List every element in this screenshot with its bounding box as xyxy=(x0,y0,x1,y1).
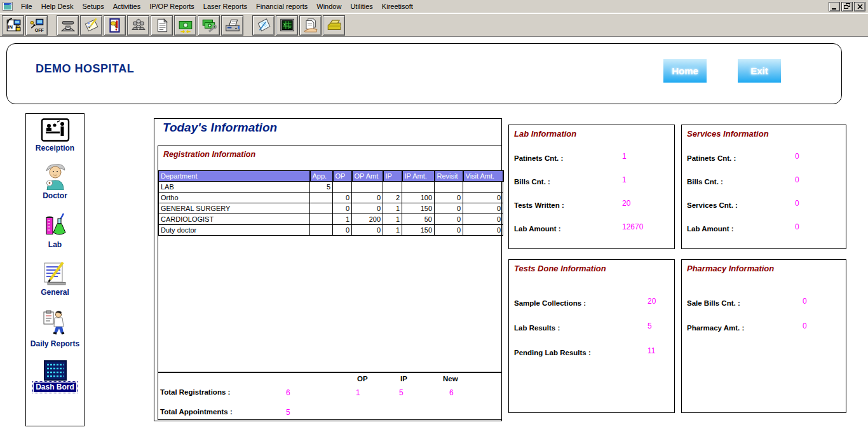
print-preview-button[interactable] xyxy=(299,15,322,36)
billing-tools-button[interactable] xyxy=(198,15,220,36)
stat-value: 0 xyxy=(803,297,807,306)
column-header[interactable]: IP Amt. xyxy=(402,171,435,182)
column-header[interactable]: Visit Amt. xyxy=(463,171,503,182)
sidebar-item-general[interactable]: General xyxy=(41,261,69,297)
menu-item-ip-op-reports[interactable]: IP/OP Reports xyxy=(145,0,199,13)
stat-label: Sample Collections : xyxy=(514,299,586,307)
stat-value: 5 xyxy=(648,322,652,330)
column-header[interactable]: OP Amt xyxy=(352,171,383,182)
stat-value: 0 xyxy=(795,199,799,208)
menu-items: FileHelp DeskSetupsActivitiesIP/OP Repor… xyxy=(17,0,417,13)
menu-item-help-desk[interactable]: Help Desk xyxy=(37,0,78,13)
home-button[interactable]: Home xyxy=(663,59,707,83)
stat-label: Lab Amount : xyxy=(687,225,734,233)
login-icon: IN xyxy=(5,17,22,34)
sidebar-item-doctor[interactable]: Doctor xyxy=(43,162,68,200)
pin-note-button[interactable] xyxy=(104,15,126,36)
restore-icon xyxy=(844,3,851,10)
value-cell: 0 xyxy=(352,193,383,203)
monitor-icon xyxy=(279,17,295,34)
dash-bord-icon xyxy=(44,360,67,381)
sidebar-item-reception[interactable]: Receiption xyxy=(36,118,74,152)
card-file-button[interactable] xyxy=(323,15,345,36)
value-cell: 5 xyxy=(310,182,333,193)
services-information-panel: Services Information Patinets Cnt. :0Bil… xyxy=(681,125,846,249)
table-row[interactable]: GENERAL SURGERY00115000 xyxy=(159,203,503,214)
stat-value: 20 xyxy=(648,297,656,306)
sidebar-item-daily-reports[interactable]: Daily Reports xyxy=(31,309,79,348)
sidebar-item-dash-bord[interactable]: Dash Bord xyxy=(34,360,76,392)
appointments-icon xyxy=(83,17,100,34)
column-header[interactable]: OP xyxy=(333,171,352,182)
document-button[interactable] xyxy=(151,15,173,36)
patients-group-button[interactable] xyxy=(127,15,149,36)
registration-table: DepartmentApp.OPOP AmtIPIP Amt.RevisitVi… xyxy=(158,170,504,236)
stat-label: Patinets Cnt. : xyxy=(687,154,736,162)
exit-button[interactable]: Exit xyxy=(738,59,781,83)
registration-information-box: Registration Information DepartmentApp.O… xyxy=(158,146,502,372)
menu-item-activities[interactable]: Activities xyxy=(109,0,145,13)
stat-label: Patinets Cnt. : xyxy=(514,154,563,162)
restore-button[interactable] xyxy=(841,2,853,11)
stat-row: Patinets Cnt. :0 xyxy=(687,152,842,163)
total-registrations-label: Total Registrations : xyxy=(160,388,230,396)
stat-label: Bills Cnt. : xyxy=(687,178,723,186)
sidebar-item-label: Doctor xyxy=(43,192,67,200)
value-cell: 200 xyxy=(352,214,383,225)
menu-item-setups[interactable]: Setups xyxy=(78,0,108,13)
application-window: FileHelp DeskSetupsActivitiesIP/OP Repor… xyxy=(0,0,868,427)
column-header[interactable]: App. xyxy=(310,171,333,182)
system-menu-icon[interactable] xyxy=(3,2,13,11)
value-cell: 0 xyxy=(463,203,503,214)
sidebar-item-lab[interactable]: Lab xyxy=(42,212,69,249)
menu-item-financial-reports[interactable]: Financial reports xyxy=(252,0,312,13)
minimize-button[interactable] xyxy=(829,2,840,11)
hospital-title: DEMO HOSPITAL xyxy=(36,62,134,76)
cash-exchange-icon xyxy=(177,17,194,34)
value-cell: 1 xyxy=(333,214,352,225)
appointments-button[interactable] xyxy=(80,15,102,36)
menu-item-kireetisoft[interactable]: Kireetisoft xyxy=(377,0,417,13)
department-cell: CARDIOLOGIST xyxy=(159,214,310,225)
menu-item-file[interactable]: File xyxy=(17,0,37,13)
stat-row: Sale Bills Cnt. :0 xyxy=(687,297,842,308)
logoff-icon: OFF xyxy=(29,17,45,34)
table-row[interactable]: Duty doctor00115000 xyxy=(159,225,503,236)
column-header[interactable]: Department xyxy=(159,171,310,182)
menu-item-laser-reports[interactable]: Laser Reports xyxy=(199,0,252,13)
patients-group-icon xyxy=(130,17,147,34)
column-header[interactable]: Revisit xyxy=(435,171,463,182)
menu-item-window[interactable]: Window xyxy=(312,0,346,13)
sidebar-item-label: Dash Bord xyxy=(34,383,76,392)
lab-note-button[interactable] xyxy=(252,15,275,36)
table-row[interactable]: CARDIOLOGIST120015000 xyxy=(159,214,503,225)
table-header-row: DepartmentApp.OPOP AmtIPIP Amt.RevisitVi… xyxy=(159,171,503,182)
stat-row: Lab Results :5 xyxy=(514,322,670,333)
total-registrations-ip: 5 xyxy=(399,388,403,397)
menu-item-utilities[interactable]: Utilities xyxy=(346,0,377,13)
table-row[interactable]: Ortho00210000 xyxy=(159,193,503,203)
value-cell xyxy=(352,182,383,193)
monitor-button[interactable] xyxy=(276,15,298,36)
stat-value: 0 xyxy=(795,175,799,184)
login-button[interactable]: IN xyxy=(2,15,24,36)
value-cell: 0 xyxy=(352,203,383,214)
value-cell: 0 xyxy=(463,214,503,225)
cash-exchange-button[interactable] xyxy=(174,15,196,36)
services-information-title: Services Information xyxy=(687,129,769,139)
logoff-button[interactable]: OFF xyxy=(25,15,48,36)
svg-text:OFF: OFF xyxy=(34,27,44,32)
doctor-icon xyxy=(43,162,68,190)
value-cell xyxy=(310,214,333,225)
card-file-icon xyxy=(326,17,342,34)
phone-icon xyxy=(60,17,76,34)
column-header[interactable]: IP xyxy=(383,171,402,182)
stat-row: Patinets Cnt. :1 xyxy=(514,152,670,163)
close-button[interactable] xyxy=(854,2,865,11)
value-cell xyxy=(463,182,503,193)
table-row[interactable]: LAB5 xyxy=(159,182,503,193)
value-cell: 0 xyxy=(333,193,352,203)
phone-button[interactable] xyxy=(57,15,79,36)
stat-row: Tests Written :20 xyxy=(514,199,670,210)
fax-button[interactable] xyxy=(221,15,243,36)
